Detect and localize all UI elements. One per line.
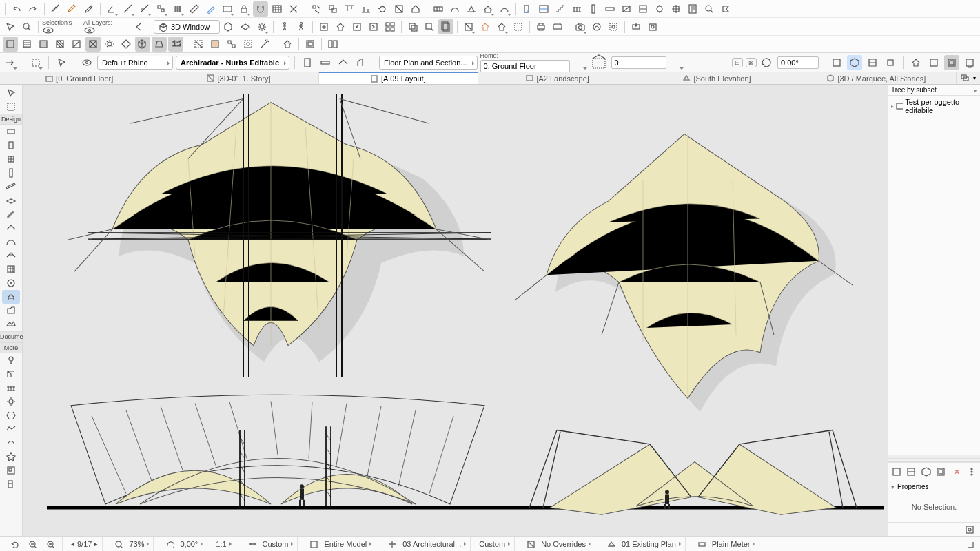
layer-combination-icon[interactable] (385, 537, 400, 552)
shell-tool-icon[interactable] (2, 235, 20, 249)
guideline-icon[interactable] (121, 1, 136, 17)
highlighter-icon[interactable] (65, 1, 80, 17)
tab-ground-floor[interactable]: [0. Ground Floor] (0, 72, 159, 84)
home-story-field[interactable]: 0. Ground Floor (480, 60, 570, 72)
clipboard-multi-icon[interactable] (438, 19, 453, 34)
detail-tool-icon[interactable] (2, 464, 20, 477)
mep-route-icon[interactable] (241, 37, 256, 52)
overrides-chevron[interactable] (589, 542, 591, 546)
stair-tool-icon[interactable] (2, 207, 20, 221)
redo-button[interactable] (25, 1, 41, 17)
column-icon[interactable] (586, 1, 601, 17)
sun-settings-icon[interactable] (254, 19, 269, 34)
model-canvas[interactable] (23, 85, 888, 536)
site-icon[interactable] (464, 1, 479, 17)
teamwork-send-icon[interactable] (629, 19, 644, 34)
railing-tool-icon[interactable] (2, 381, 20, 395)
rotation-field[interactable]: 0,00° (777, 56, 819, 69)
trim-icon[interactable] (286, 1, 301, 17)
layer-combination-chevron[interactable] (464, 542, 466, 546)
angle-tool-icon[interactable] (104, 1, 119, 17)
curtainwall-tool-icon[interactable] (2, 262, 20, 276)
cursor-single-icon[interactable] (54, 55, 69, 70)
zoom-refresh-icon[interactable] (7, 537, 22, 552)
surface-painter-icon[interactable] (207, 37, 223, 52)
orientation-icon[interactable] (162, 537, 177, 552)
group-icon[interactable] (325, 1, 340, 17)
prop-section-icon[interactable] (905, 464, 919, 479)
page-next-icon[interactable]: ▸ (94, 541, 98, 548)
skylight-tool-icon[interactable] (2, 249, 20, 262)
persp-view-icon[interactable] (221, 19, 236, 34)
previous-view-icon[interactable] (349, 19, 365, 34)
arrow-tool-icon[interactable] (2, 86, 20, 100)
grid-toggle-icon[interactable] (170, 1, 185, 17)
wall-tool-icon[interactable] (2, 125, 20, 138)
nav-view-icon[interactable] (926, 55, 941, 70)
prop-plan-icon[interactable] (890, 464, 904, 479)
beam-tool-icon[interactable] (2, 180, 20, 194)
view-combo[interactable]: Floor Plan and Section... (379, 56, 477, 70)
navigator-node[interactable]: ▸ Test per oggetto editabile (890, 97, 979, 115)
view-section-icon[interactable] (865, 55, 880, 70)
marquee-tool-icon[interactable] (2, 100, 20, 114)
view-elev-small-icon[interactable] (883, 55, 898, 70)
grid-snap-icon[interactable] (269, 1, 285, 17)
nav-publisher-icon[interactable] (962, 55, 977, 70)
panel-settings-icon[interactable] (962, 522, 977, 537)
prop-close-icon[interactable]: ✕ (950, 464, 964, 479)
history-back-icon[interactable] (131, 19, 146, 34)
freeform-tool-icon[interactable] (2, 422, 20, 436)
geom-diamond-icon[interactable] (119, 37, 134, 52)
print-icon[interactable] (533, 19, 549, 34)
camera-icon[interactable] (573, 19, 588, 34)
beam-icon[interactable] (602, 1, 617, 17)
overrides-icon[interactable] (523, 537, 538, 552)
close-mini-1-icon[interactable]: ⊟ (732, 58, 743, 67)
orientation-chevron[interactable] (201, 542, 203, 546)
roof-tool-icon[interactable] (2, 221, 20, 235)
next-view-icon[interactable] (366, 19, 381, 34)
model-filter-chevron[interactable] (369, 542, 371, 546)
slab-profile-icon[interactable] (318, 55, 333, 70)
curve-wall-icon[interactable] (447, 1, 462, 17)
drag-view-icon[interactable] (422, 19, 437, 34)
pick-elements-icon[interactable] (3, 19, 18, 34)
zoom-in-icon[interactable] (43, 537, 58, 552)
tab-overflow-icon[interactable]: ▾ (957, 72, 980, 84)
align-3d-icon[interactable] (224, 37, 239, 52)
zone-tool-icon[interactable] (2, 304, 20, 318)
prop-3d-icon[interactable] (919, 464, 933, 479)
copy-view-icon[interactable] (405, 19, 420, 34)
geom-persp-icon[interactable] (152, 37, 167, 52)
undo-button[interactable] (9, 1, 24, 17)
arrow-group-icon[interactable] (3, 55, 18, 70)
geom-stripe-icon[interactable] (52, 37, 68, 52)
color-dropper-icon[interactable] (81, 1, 96, 17)
geom-snap-icon[interactable]: 1:2 (168, 37, 183, 52)
layer-combo[interactable]: Default.Rhino (97, 56, 173, 70)
shell-group-icon[interactable] (497, 1, 512, 17)
magic-wand-icon[interactable] (257, 37, 272, 52)
geom-cross-icon[interactable] (85, 37, 101, 52)
view-3d-icon[interactable] (847, 55, 862, 70)
lock-icon[interactable] (236, 1, 252, 17)
geom-3d-icon[interactable] (135, 37, 150, 52)
walk-mode-icon[interactable] (277, 19, 292, 34)
tab-3d-story[interactable]: [3D-01 1. Story] (159, 72, 318, 84)
tab-layout-a09[interactable]: [A.09 Layout] (319, 72, 478, 84)
geom-grad1-icon[interactable] (36, 37, 51, 52)
resize-icon[interactable] (391, 1, 407, 17)
wallend-tool-icon[interactable] (2, 395, 20, 408)
snap-edge-icon[interactable] (137, 1, 152, 17)
units-chevron[interactable] (753, 542, 755, 546)
page-prev-icon[interactable]: ◂ (71, 541, 74, 548)
navigator-head-chevron[interactable]: ▸ (974, 87, 977, 94)
opening-tool-icon[interactable] (2, 408, 20, 422)
door-icon[interactable] (520, 1, 535, 17)
view-plan-icon[interactable] (829, 55, 844, 70)
elevation-chevron[interactable] (669, 55, 684, 70)
renovation-icon[interactable] (604, 537, 619, 552)
tab-3d-marquee[interactable]: [3D / Marquee, All Stories] (797, 72, 957, 84)
change-tool-icon[interactable] (2, 477, 20, 491)
